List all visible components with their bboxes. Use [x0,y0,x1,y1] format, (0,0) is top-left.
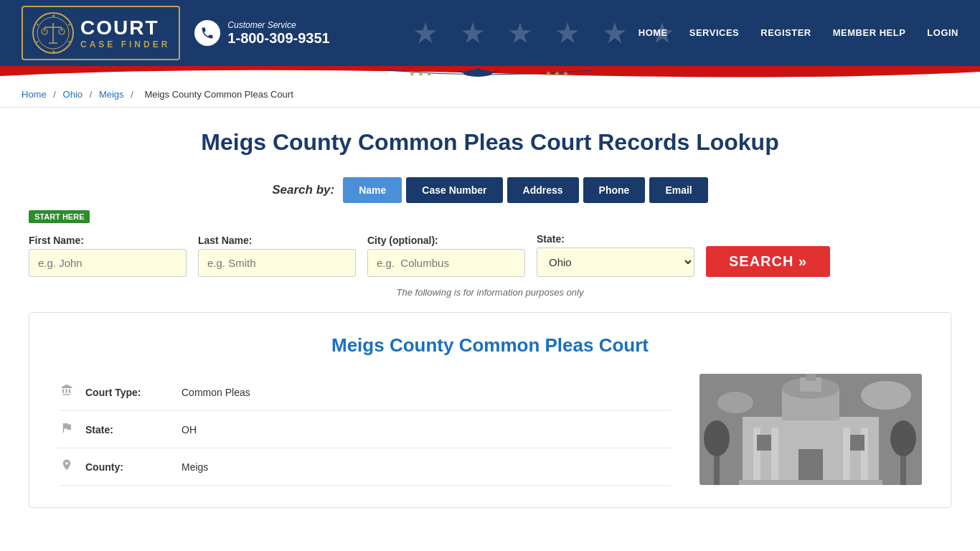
nav-member-help[interactable]: MEMBER HELP [833,27,906,39]
last-name-input[interactable] [198,249,356,277]
star-decoration: ★ [413,17,438,50]
search-button[interactable]: SEARCH » [706,246,830,277]
logo-case-finder-label: CASE FINDER [80,39,170,50]
court-info-title: Meigs County Common Pleas Court [58,334,922,357]
logo-text: COURT CASE FINDER [80,17,170,50]
court-type-value: Common Pleas [182,387,250,398]
customer-service-phone: 1-800-309-9351 [227,30,329,47]
court-type-label: Court Type: [85,387,171,398]
svg-point-18 [475,68,481,74]
breadcrumb-separator: / [90,89,95,100]
state-label-info: State: [85,424,171,435]
svg-point-40 [717,392,753,413]
nav-services[interactable]: SERVICES [689,27,740,39]
svg-point-38 [890,420,916,456]
svg-rect-31 [798,449,823,481]
first-name-input[interactable] [29,249,187,277]
state-select[interactable]: Ohio [537,248,694,277]
first-name-field: First Name: [29,235,187,277]
banner-decoration: ★ ★ ★ ★ ★ ★ [0,66,980,82]
info-note: The following is for information purpose… [29,287,951,298]
court-info-box: Meigs County Common Pleas Court Court Ty… [29,312,951,508]
state-label: State: [537,233,694,245]
phone-icon [194,20,220,46]
city-field: City (optional): [367,235,525,277]
court-detail-state: State: OH [58,411,671,448]
page-title: Meigs County Common Pleas Court Records … [29,129,951,156]
customer-service-label: Customer Service [227,20,329,30]
nav-home[interactable]: HOME [639,27,668,39]
star-decoration: ★ [602,17,628,50]
header-left: ★ ★ ★ ★ ★ ★ COURT CASE FINDER [22,6,330,60]
search-by-row: Search by: Name Case Number Address Phon… [29,177,951,203]
svg-point-36 [704,420,730,456]
breadcrumb-meigs[interactable]: Meigs [99,89,124,100]
svg-rect-33 [757,435,771,451]
court-detail-type: Court Type: Common Pleas [58,374,671,411]
main-content: Meigs County Common Pleas Court Records … [0,108,980,522]
customer-service-text: Customer Service 1-800-309-9351 [227,20,329,47]
tab-phone[interactable]: Phone [583,177,646,203]
logo[interactable]: ★ ★ ★ ★ ★ ★ COURT CASE FINDER [22,6,180,60]
breadcrumb-home[interactable]: Home [22,89,47,100]
svg-rect-26 [806,374,816,381]
search-section: Search by: Name Case Number Address Phon… [29,177,951,298]
start-here-badge: START HERE [29,210,90,223]
state-field: State: Ohio [537,233,694,277]
breadcrumb-separator: / [53,89,58,100]
logo-court-label: COURT [80,17,159,39]
svg-text:★ ★ ★: ★ ★ ★ [409,70,433,77]
search-by-label: Search by: [272,183,334,197]
building-icon [58,384,75,400]
county-value-info: Meigs [182,461,208,473]
logo-emblem-icon: ★ ★ ★ ★ ★ ★ [32,11,75,55]
city-input[interactable] [367,249,525,277]
nav-login[interactable]: LOGIN [927,27,958,39]
first-name-label: First Name: [29,235,187,246]
last-name-label: Last Name: [198,235,356,246]
last-name-field: Last Name: [198,235,356,277]
city-label: City (optional): [367,235,525,246]
nav-register[interactable]: REGISTER [760,27,811,39]
star-decoration: ★ [460,17,486,50]
tab-case-number[interactable]: Case Number [406,177,502,203]
customer-service: Customer Service 1-800-309-9351 [194,20,329,47]
tab-email[interactable]: Email [649,177,707,203]
location-icon [58,458,75,475]
svg-point-39 [861,381,911,410]
flag-icon [58,421,75,438]
tab-name[interactable]: Name [343,177,402,203]
courthouse-image [699,374,922,485]
breadcrumb-current: Meigs County Common Pleas Court [144,89,293,100]
banner-wave-icon: ★ ★ ★ ★ ★ ★ [0,66,980,82]
star-decoration: ★ [555,17,580,50]
breadcrumb-separator: / [131,89,136,100]
state-value-info: OH [182,424,197,435]
svg-rect-32 [739,480,882,485]
county-label-info: County: [85,461,171,473]
star-decoration: ★ [507,17,533,50]
court-details-row: Court Type: Common Pleas State: OH [58,374,922,486]
courthouse-image-placeholder [699,374,922,485]
court-details-table: Court Type: Common Pleas State: OH [58,374,671,486]
site-header: ★ ★ ★ ★ ★ ★ ★ ★ ★ ★ ★ ★ [0,0,980,66]
svg-text:★: ★ [52,50,55,54]
form-container: START HERE First Name: Last Name: City (… [29,210,951,277]
tab-address[interactable]: Address [507,177,579,203]
form-row: First Name: Last Name: City (optional): … [29,233,951,277]
breadcrumb-ohio[interactable]: Ohio [63,89,83,100]
svg-text:★ ★ ★: ★ ★ ★ [545,70,569,77]
svg-text:★: ★ [52,14,55,18]
main-nav: HOME SERVICES REGISTER MEMBER HELP LOGIN [639,27,958,39]
svg-rect-29 [843,428,850,481]
courthouse-svg-icon [699,374,922,485]
breadcrumb: Home / Ohio / Meigs / Meigs County Commo… [0,82,980,108]
court-detail-county: County: Meigs [58,448,671,486]
svg-rect-34 [850,435,864,451]
svg-rect-28 [771,428,778,481]
